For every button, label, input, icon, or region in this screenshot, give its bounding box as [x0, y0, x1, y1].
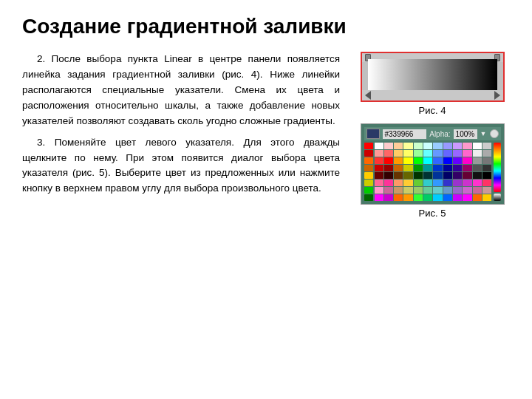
gradient-bar [368, 59, 497, 95]
fig4-bottom-arrows [362, 90, 503, 100]
paragraph-2: 3. Поменяйте цвет левого указателя. Для … [22, 135, 340, 197]
fig5-hex-value: #339966 [383, 129, 427, 139]
fig5-alpha-value: 100% [454, 129, 477, 139]
figure-4-image [361, 52, 505, 102]
fig5-top-bar: #339966 Alpha: 100% ▼ [364, 127, 501, 140]
color-grid[interactable] [375, 143, 492, 201]
fig4-label: Рис. 4 [419, 105, 446, 116]
page: Создание градиентной заливки 2. После вы… [0, 0, 532, 399]
figure-4-container: Рис. 4 [361, 52, 505, 116]
brightness-bar [494, 194, 501, 201]
figure-5-container: #339966 Alpha: 100% ▼ [361, 123, 505, 219]
fig5-picker-button[interactable] [490, 129, 499, 138]
content-area: 2. После выбора пункта Linear в центре п… [22, 52, 510, 384]
text-block: 2. После выбора пункта Linear в центре п… [22, 52, 340, 384]
page-title: Создание градиентной заливки [22, 15, 510, 38]
figures-column: Рис. 4 #339966 Alpha: 100% ▼ [355, 52, 510, 384]
figure-5-image: #339966 Alpha: 100% ▼ [361, 123, 505, 205]
paragraph-1: 2. После выбора пункта Linear в центре п… [22, 52, 340, 129]
fig5-label: Рис. 5 [419, 208, 446, 219]
arrow-left-icon [365, 91, 371, 100]
arrow-right-icon [494, 91, 500, 100]
fig5-alpha-dropdown-icon: ▼ [480, 130, 487, 137]
fig5-color-swatch [366, 129, 380, 139]
fig5-alpha-label: Alpha: [429, 130, 450, 138]
hue-bar [494, 143, 501, 192]
